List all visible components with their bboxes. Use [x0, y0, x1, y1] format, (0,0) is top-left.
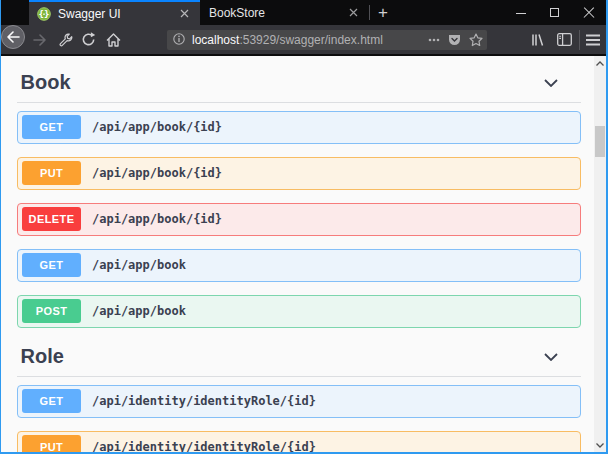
- page-content: Book GET /api/app/book/{id} PUT /api/app…: [1, 56, 606, 452]
- operations-list: GET /api/identity/identityRole/{id} PUT …: [17, 385, 581, 453]
- chevron-down-icon[interactable]: [544, 347, 558, 365]
- api-operation-row[interactable]: POST /api/app/book: [17, 295, 581, 328]
- scroll-down-icon[interactable]: [594, 438, 606, 452]
- api-tag-header[interactable]: Book: [17, 71, 581, 103]
- tab-close-icon[interactable]: [176, 6, 192, 22]
- wrench-icon[interactable]: [57, 25, 74, 54]
- toolbar-separator: [579, 30, 580, 50]
- api-path: /api/app/book/{id}: [92, 166, 222, 180]
- page-actions-icon[interactable]: [428, 38, 440, 42]
- tab-title: BookStore: [209, 6, 345, 20]
- api-operation-row[interactable]: DELETE /api/app/book/{id}: [17, 203, 581, 236]
- browser-window: {} Swagger UI BookStore +: [0, 0, 608, 454]
- scrollbar-thumb[interactable]: [595, 126, 605, 157]
- forward-button[interactable]: [32, 25, 48, 54]
- http-method-badge: GET: [22, 253, 81, 277]
- api-operation-row[interactable]: PUT /api/app/book/{id}: [17, 157, 581, 190]
- window-controls: [504, 0, 606, 25]
- new-tab-button[interactable]: +: [372, 2, 394, 23]
- api-operation-row[interactable]: GET /api/app/book/{id}: [17, 111, 581, 144]
- api-path: /api/app/book: [92, 258, 186, 272]
- api-tag-title: Book: [21, 71, 71, 94]
- home-button[interactable]: [104, 25, 122, 54]
- http-method-badge: PUT: [22, 435, 81, 452]
- api-path: /api/app/book: [92, 304, 186, 318]
- api-path: /api/identity/identityRole/{id}: [92, 394, 316, 408]
- tab-swagger-ui[interactable]: {} Swagger UI: [29, 0, 200, 25]
- navigation-toolbar: localhost:53929/swagger/index.html: [1, 25, 606, 55]
- url-bar[interactable]: localhost:53929/swagger/index.html: [167, 30, 487, 50]
- http-method-badge: GET: [22, 389, 81, 413]
- http-method-badge: POST: [22, 299, 81, 323]
- close-button[interactable]: [572, 0, 606, 25]
- tab-bar: {} Swagger UI BookStore +: [1, 0, 606, 25]
- page-scroll-area: Book GET /api/app/book/{id} PUT /api/app…: [1, 56, 594, 452]
- http-method-badge: DELETE: [22, 207, 81, 231]
- reload-button[interactable]: [80, 25, 97, 54]
- bookmark-star-icon[interactable]: [469, 33, 483, 47]
- api-operation-row[interactable]: PUT /api/identity/identityRole/{id}: [17, 431, 581, 453]
- api-tag-header[interactable]: Role: [17, 345, 581, 377]
- api-path: /api/app/book/{id}: [92, 120, 222, 134]
- site-info-icon[interactable]: [173, 31, 185, 49]
- api-path: /api/identity/identityRole/{id}: [92, 440, 316, 452]
- tab-separator: [369, 5, 370, 20]
- maximize-button[interactable]: [538, 0, 572, 25]
- api-operation-row[interactable]: GET /api/identity/identityRole/{id}: [17, 385, 581, 418]
- api-tag-section: Role GET /api/identity/identityRole/{id}…: [17, 345, 581, 453]
- swagger-api-list: Book GET /api/app/book/{id} PUT /api/app…: [1, 56, 594, 452]
- http-method-badge: PUT: [22, 161, 81, 185]
- urlbar-actions: [420, 33, 483, 47]
- tab-close-icon[interactable]: [345, 5, 361, 21]
- api-tag-title: Role: [21, 345, 64, 368]
- tab-bookstore[interactable]: BookStore: [200, 0, 369, 25]
- url-host: localhost: [192, 33, 239, 47]
- pocket-icon[interactable]: [448, 34, 461, 46]
- scroll-up-icon[interactable]: [594, 56, 606, 70]
- menu-icon[interactable]: [584, 25, 602, 54]
- library-icon[interactable]: [529, 25, 547, 54]
- swagger-favicon-icon: {}: [37, 7, 51, 21]
- minimize-button[interactable]: [504, 0, 538, 25]
- back-button[interactable]: [1, 25, 25, 49]
- http-method-badge: GET: [22, 115, 81, 139]
- sidebars-icon[interactable]: [555, 25, 573, 54]
- tab-title: Swagger UI: [58, 7, 176, 21]
- url-path: :53929/swagger/index.html: [239, 33, 382, 47]
- api-tag-section: Book GET /api/app/book/{id} PUT /api/app…: [17, 71, 581, 328]
- chevron-down-icon[interactable]: [544, 73, 558, 91]
- vertical-scrollbar[interactable]: [594, 56, 606, 452]
- api-path: /api/app/book/{id}: [92, 212, 222, 226]
- operations-list: GET /api/app/book/{id} PUT /api/app/book…: [17, 111, 581, 328]
- api-operation-row[interactable]: GET /api/app/book: [17, 249, 581, 282]
- url-text[interactable]: localhost:53929/swagger/index.html: [192, 33, 420, 47]
